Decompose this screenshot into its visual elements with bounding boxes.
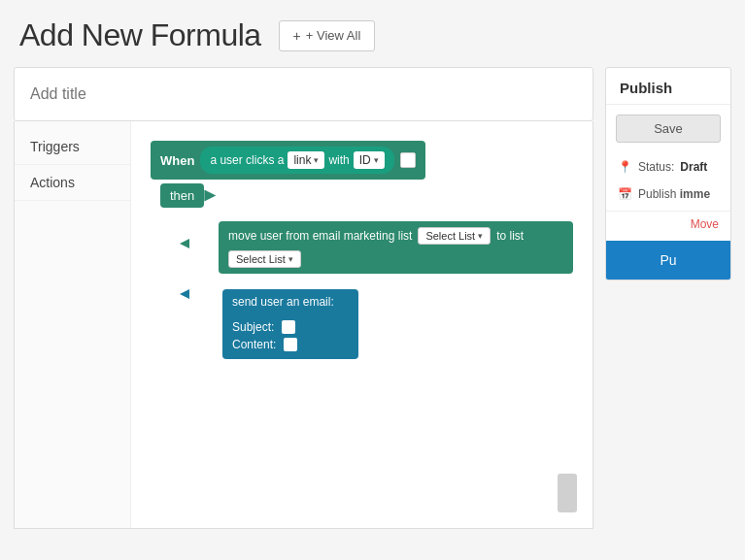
subject-row: Subject: — [232, 320, 349, 334]
when-row: When a user clicks a link ▾ with ID ▾ — [151, 141, 573, 180]
status-row: 📍 Status: Draft — [606, 152, 730, 181]
main-layout: Triggers Actions When a user clicks a li… — [14, 67, 731, 529]
action2-notch — [180, 289, 189, 299]
chevron-down-icon: ▾ — [314, 155, 319, 165]
canvas-area: When a user clicks a link ▾ with ID ▾ — [131, 121, 593, 528]
email-fields: Subject: Content: — [222, 314, 358, 359]
content-row: Content: — [232, 338, 349, 351]
email-block-header: send user an email: — [222, 289, 358, 314]
title-input-container — [14, 67, 593, 121]
action1-notch — [180, 239, 189, 248]
then-connector-icon — [204, 190, 216, 202]
page-title: Add New Formula — [19, 17, 261, 53]
email-block: send user an email: Subject: Content: — [222, 289, 358, 359]
title-input[interactable] — [15, 68, 593, 120]
id-dropdown[interactable]: ID ▾ — [354, 151, 385, 169]
move-user-text: move user from email marketing list — [228, 229, 412, 243]
status-value: Draft — [680, 160, 707, 174]
then-row: then — [160, 183, 573, 208]
side-panel: Publish Save 📍 Status: Draft 📅 Publish i… — [605, 67, 731, 529]
scroll-handle[interactable] — [558, 474, 577, 512]
chevron-down-icon-4: ▾ — [288, 254, 293, 264]
status-icon: 📍 — [618, 160, 632, 174]
with-text: with — [328, 153, 349, 167]
publish-timing-row: 📅 Publish imme — [606, 181, 730, 211]
publish-header: Publish — [606, 68, 730, 105]
action1-row: move user from email marketing list Sele… — [180, 214, 573, 274]
subject-checkbox[interactable] — [282, 320, 295, 334]
to-list-text: to list — [496, 229, 524, 243]
formula-editor: Triggers Actions When a user clicks a li… — [14, 121, 593, 529]
link-dropdown[interactable]: link ▾ — [288, 151, 324, 169]
view-all-label: + View All — [306, 28, 361, 43]
action2-row: send user an email: Subject: Content: — [180, 281, 573, 359]
publish-timing-text: Publish imme — [638, 187, 710, 201]
view-all-button[interactable]: + + View All — [279, 20, 376, 51]
status-label: Status: — [638, 160, 674, 174]
publish-panel: Publish Save 📍 Status: Draft 📅 Publish i… — [605, 67, 731, 280]
when-block: When a user clicks a link ▾ with ID ▾ — [151, 141, 425, 180]
content-label: Content: — [232, 338, 276, 351]
action1-block: move user from email marketing list Sele… — [219, 221, 573, 274]
calendar-icon: 📅 — [618, 187, 632, 201]
plus-icon: + — [293, 28, 301, 44]
content-checkbox[interactable] — [284, 338, 297, 351]
select-list-2[interactable]: Select List ▾ — [228, 250, 301, 268]
when-checkbox[interactable] — [400, 152, 416, 168]
page-header: Add New Formula + + View All — [0, 0, 745, 67]
publish-button[interactable]: Pu — [606, 241, 730, 280]
move-link[interactable]: Move — [606, 211, 730, 237]
content-area: Triggers Actions When a user clicks a li… — [14, 67, 593, 529]
chevron-down-icon-2: ▾ — [374, 155, 379, 165]
sidebar-tabs: Triggers Actions — [15, 121, 131, 528]
save-button[interactable]: Save — [616, 115, 721, 143]
then-label: then — [160, 183, 204, 208]
tab-actions[interactable]: Actions — [15, 165, 130, 201]
chevron-down-icon-3: ▾ — [478, 231, 483, 241]
condition-text: a user clicks a — [210, 153, 284, 167]
select-list-1[interactable]: Select List ▾ — [418, 227, 491, 245]
action1-header: move user from email marketing list Sele… — [219, 221, 573, 274]
subject-label: Subject: — [232, 320, 274, 334]
when-label: When — [160, 153, 194, 168]
tab-triggers[interactable]: Triggers — [15, 129, 130, 165]
condition-block: a user clicks a link ▾ with ID ▾ — [200, 147, 393, 174]
